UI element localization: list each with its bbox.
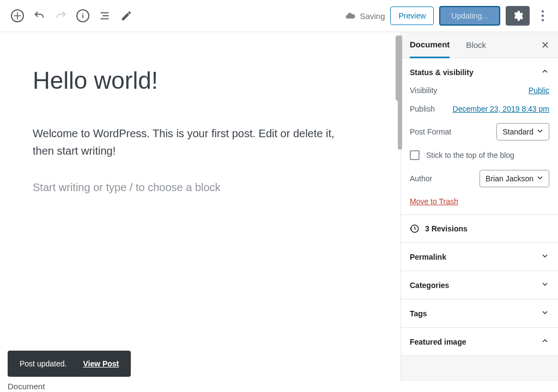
tab-document[interactable]: Document [410, 32, 450, 58]
format-label: Post Format [410, 127, 451, 136]
post-title[interactable]: Hello world! [33, 67, 368, 94]
publish-label: Publish [410, 105, 435, 113]
format-value: Standard [502, 127, 533, 136]
row-author: Author Brian Jackson [410, 170, 549, 187]
preview-button[interactable]: Preview [390, 7, 434, 25]
row-publish: Publish December 23, 2019 8:43 pm [410, 105, 549, 113]
chevron-down-icon [536, 127, 544, 137]
snackbar-message: Post updated. [20, 359, 66, 368]
panel-header-status[interactable]: Status & visibility [401, 58, 558, 86]
sticky-checkbox[interactable] [410, 150, 420, 160]
gear-icon [512, 10, 524, 22]
cloud-icon [345, 10, 356, 21]
sidebar-scrollbar[interactable] [398, 35, 402, 150]
visibility-label: Visibility [410, 86, 437, 95]
panel-title: Permalink [410, 253, 446, 261]
editor-area: Hello world! Welcome to WordPress. This … [0, 32, 401, 381]
more-vert-icon [542, 10, 544, 21]
history-icon [410, 224, 420, 234]
panel-featured-image: Featured image [401, 328, 558, 356]
panel-header-permalink[interactable]: Permalink [401, 243, 558, 271]
saving-indicator: Saving [345, 10, 385, 21]
panel-header-tags[interactable]: Tags [401, 299, 558, 327]
more-menu-button[interactable] [535, 6, 550, 26]
outline-icon [99, 10, 111, 22]
settings-sidebar: Document Block ✕ Status & visibility Vis… [401, 32, 558, 381]
sticky-label: Stick to the top of the blog [426, 151, 514, 160]
author-value: Brian Jackson [486, 174, 533, 183]
outline-button[interactable] [95, 6, 114, 26]
tab-block[interactable]: Block [466, 33, 486, 57]
panel-status-visibility: Status & visibility Visibility Public Pu… [401, 58, 558, 215]
breadcrumb[interactable]: Document [8, 382, 45, 391]
row-sticky: Stick to the top of the blog [410, 150, 549, 160]
block-prompt[interactable]: Start writing or type / to choose a bloc… [33, 181, 368, 194]
panel-header-categories[interactable]: Categories [401, 271, 558, 299]
edit-button[interactable] [117, 6, 136, 26]
toolbar-right: Saving Preview Updating... [345, 6, 550, 26]
plus-icon [11, 9, 24, 22]
visibility-value[interactable]: Public [529, 86, 549, 95]
chevron-down-icon [541, 280, 549, 290]
snackbar-view-post-link[interactable]: View Post [83, 359, 119, 368]
panel-categories: Categories [401, 271, 558, 299]
chevron-up-icon [541, 336, 549, 347]
revisions-label: 3 Revisions [425, 224, 468, 233]
row-post-format: Post Format Standard [410, 123, 549, 140]
top-toolbar: i Saving Preview Updating... [0, 0, 558, 32]
chevron-down-icon [541, 252, 549, 262]
publish-value[interactable]: December 23, 2019 8:43 pm [453, 105, 549, 113]
pencil-icon [120, 10, 132, 22]
panel-header-featured-image[interactable]: Featured image [401, 328, 558, 356]
undo-button[interactable] [29, 6, 49, 26]
info-button[interactable]: i [73, 6, 93, 26]
author-select[interactable]: Brian Jackson [480, 170, 549, 187]
author-label: Author [410, 174, 432, 183]
panel-title: Status & visibility [410, 68, 474, 77]
format-select[interactable]: Standard [496, 123, 549, 140]
chevron-down-icon [541, 308, 549, 318]
panel-title: Categories [410, 281, 449, 290]
main-content: Hello world! Welcome to WordPress. This … [0, 32, 558, 381]
panel-tags: Tags [401, 299, 558, 328]
sidebar-tabs: Document Block ✕ [401, 32, 558, 58]
update-button[interactable]: Updating... [439, 6, 500, 26]
panel-title: Tags [410, 309, 427, 318]
post-body[interactable]: Welcome to WordPress. This is your first… [33, 125, 349, 160]
panel-body-status: Visibility Public Publish December 23, 2… [401, 86, 558, 215]
redo-button[interactable] [51, 6, 71, 26]
chevron-up-icon [541, 67, 549, 77]
info-icon: i [76, 9, 89, 22]
panel-permalink: Permalink [401, 243, 558, 271]
saving-label: Saving [360, 11, 385, 21]
settings-button[interactable] [506, 6, 530, 26]
toolbar-left: i [8, 6, 136, 26]
redo-icon [55, 10, 67, 22]
move-to-trash-link[interactable]: Move to Trash [410, 197, 458, 206]
snackbar-notification: Post updated. View Post [8, 351, 131, 377]
panel-revisions[interactable]: 3 Revisions [401, 215, 558, 243]
add-block-button[interactable] [8, 6, 27, 26]
row-visibility: Visibility Public [410, 86, 549, 95]
chevron-down-icon [536, 174, 544, 184]
close-sidebar-button[interactable]: ✕ [541, 39, 549, 51]
undo-icon [33, 10, 45, 22]
panel-title: Featured image [410, 338, 466, 346]
